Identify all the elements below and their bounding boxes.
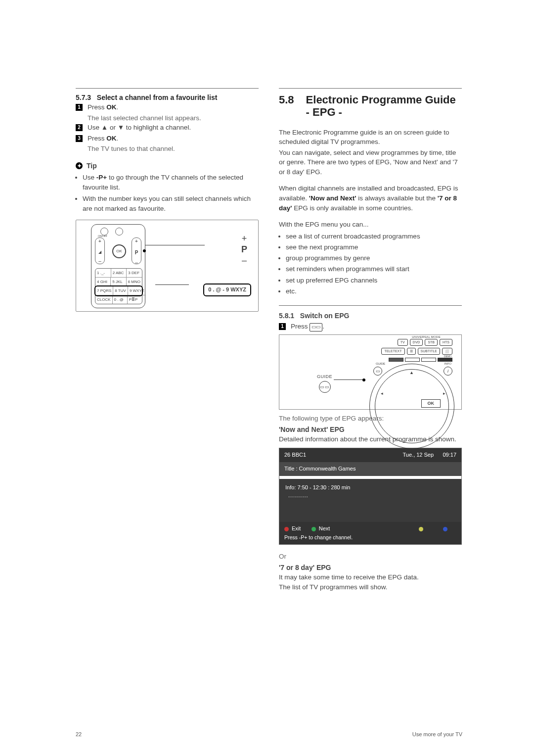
guide-button-small: ▭ <box>373 367 382 376</box>
sub-573: 5.7.3 Select a channel from a favourite … <box>76 94 259 101</box>
step-581-1: 1 Press ▭▭. <box>279 322 462 331</box>
info-button-small: i <box>444 367 452 376</box>
page-footer: 22 Use more of your TV <box>76 731 462 737</box>
guide-icon-large: ▭▭ <box>319 381 331 393</box>
tip-heading: ✦ Tip <box>76 161 259 171</box>
tip-icon: ✦ <box>76 162 83 169</box>
step-2: 2 Use ▲ or ▼ to highlight a channel. <box>76 123 259 133</box>
remote-diagram: ON/OFF + ◢ – OK + P – 1 ._-2 ABC3 DEF <box>76 220 259 312</box>
yellow-dot-icon <box>419 527 423 531</box>
step-1: 1 Press OK. <box>76 102 259 112</box>
step-3: 3 Press OK. <box>76 134 259 143</box>
right-column: 5.8 Electronic Programme Guide - EPG - T… <box>279 88 462 592</box>
epg-screen: 26 BBC1 Tue., 12 Sep 09:17 Title : Commo… <box>279 448 462 545</box>
page-number: 22 <box>76 731 82 737</box>
green-dot-icon <box>312 527 316 531</box>
blue-dot-icon <box>443 527 447 531</box>
guide-icon: ▭▭ <box>310 323 322 331</box>
footer-label: Use more of your TV <box>412 731 462 737</box>
section-5-8: 5.8 Electronic Programme Guide - EPG - <box>279 94 462 119</box>
left-column: 5.7.3 Select a channel from a favourite … <box>76 88 259 592</box>
remote-guide-diagram: UNIVERSAL MODE TV DVD STB HTS TELETEXT ☰… <box>279 334 462 410</box>
red-dot-icon <box>284 527 289 531</box>
